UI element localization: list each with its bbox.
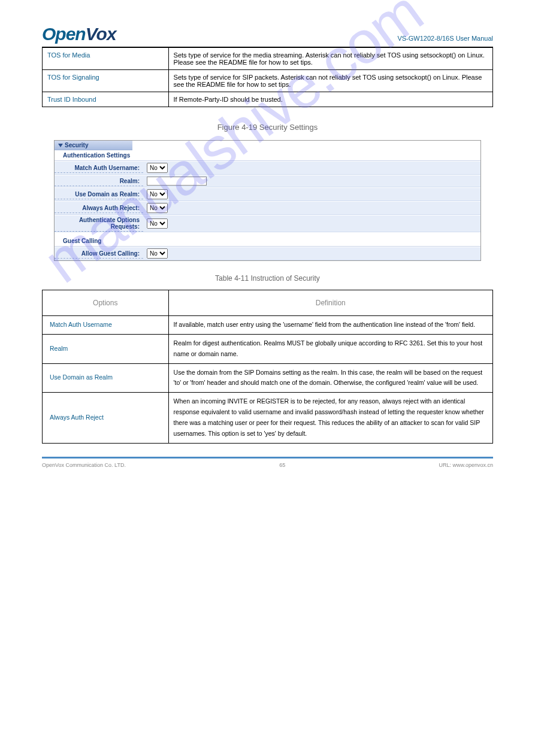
page-footer: OpenVox Communication Co. LTD. 65 URL: w… [42, 457, 493, 468]
table-row: Always Auth Reject When an incoming INVI… [43, 393, 493, 443]
logo-open: Open [42, 24, 86, 44]
always-auth-reject-label: Always Auth Reject: [55, 204, 143, 213]
opt-cell: Use Domain as Realm [43, 363, 169, 393]
figure-caption: Figure 4-19 Security Settings [42, 123, 493, 132]
match-auth-username-label: Match Auth Username: [55, 163, 143, 173]
setting-row: Use Domain as Realm: No [55, 187, 480, 201]
def-cell: If Remote-Party-ID should be trusted. [168, 92, 492, 107]
logo-vox: Vox [86, 24, 116, 44]
table-row: TOS for Signaling Sets type of service f… [43, 70, 493, 92]
opt-cell: Realm [43, 334, 169, 363]
table-row: Match Auth Username If available, match … [43, 316, 493, 335]
footer-company: OpenVox Communication Co. LTD. [42, 462, 126, 468]
table-row: Trust ID Inbound If Remote-Party-ID shou… [43, 92, 493, 107]
setting-row: Always Auth Reject: No [55, 201, 480, 215]
def-cell: When an incoming INVITE or REGISTER is t… [168, 393, 492, 443]
table-row: Use Domain as Realm Use the domain from … [43, 363, 493, 393]
def-cell: Sets type of service for SIP packets. As… [168, 70, 492, 92]
def-cell: Use the domain from the SIP Domains sett… [168, 363, 492, 393]
auth-settings-heading: Authentication Settings [55, 150, 480, 161]
use-domain-realm-select[interactable]: No [147, 189, 168, 199]
allow-guest-calling-label: Allow Guest Calling: [55, 249, 143, 259]
allow-guest-calling-select[interactable]: No [147, 248, 168, 259]
opt-cell: TOS for Media [43, 48, 169, 70]
use-domain-realm-label: Use Domain as Realm: [55, 190, 143, 199]
opt-cell: Trust ID Inbound [43, 92, 169, 107]
tab-label: Security [65, 142, 88, 148]
def-cell: Sets type of service for the media strea… [168, 48, 492, 70]
setting-row: Authenticate Options Requests: No [55, 215, 480, 232]
opt-cell: Always Auth Reject [43, 393, 169, 443]
def-cell: Realm for digest authentication. Realms … [168, 334, 492, 363]
always-auth-reject-select[interactable]: No [147, 203, 168, 213]
auth-options-requests-label: Authenticate Options Requests: [55, 215, 143, 232]
opt-cell: Match Auth Username [43, 316, 169, 335]
col-definition: Definition [168, 290, 492, 316]
setting-row: Match Auth Username: No [55, 161, 480, 175]
security-tab[interactable]: Security [55, 141, 132, 150]
page-header: OpenVox VS-GW1202-8/16S User Manual [42, 24, 493, 47]
options-table-1: TOS for Media Sets type of service for t… [42, 47, 493, 107]
footer-page: 65 [279, 462, 285, 468]
openvox-logo: OpenVox [42, 24, 116, 44]
auth-options-requests-select[interactable]: No [147, 218, 168, 229]
chevron-down-icon [58, 144, 63, 147]
table-row: TOS for Media Sets type of service for t… [43, 48, 493, 70]
product-title: VS-GW1202-8/16S User Manual [397, 35, 493, 44]
setting-row: Realm: [55, 175, 480, 187]
def-cell: If available, match user entry using the… [168, 316, 492, 335]
security-settings-panel: Security Authentication Settings Match A… [54, 140, 481, 261]
match-auth-username-select[interactable]: No [147, 163, 168, 173]
table-header-row: Options Definition [43, 290, 493, 316]
options-table-2: Options Definition Match Auth Username I… [42, 290, 493, 444]
setting-row: Allow Guest Calling: No [55, 247, 480, 260]
table-caption: Table 4-11 Instruction of Security [42, 274, 493, 283]
realm-input[interactable] [147, 177, 207, 186]
opt-cell: TOS for Signaling [43, 70, 169, 92]
guest-calling-heading: Guest Calling [55, 236, 480, 247]
realm-label: Realm: [55, 177, 143, 186]
footer-url: URL: www.openvox.cn [439, 462, 493, 468]
table-row: Realm Realm for digest authentication. R… [43, 334, 493, 363]
col-options: Options [43, 290, 169, 316]
